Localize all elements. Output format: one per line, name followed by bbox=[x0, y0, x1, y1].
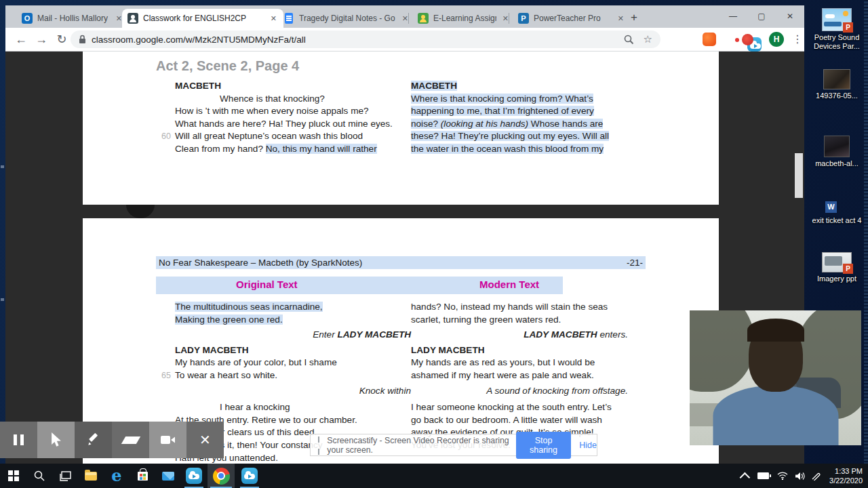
edge-button[interactable]: e bbox=[104, 464, 129, 488]
book-title: No Fear Shakespeare – Macbeth (by SparkN… bbox=[159, 258, 362, 268]
desktop-icon-exit-ticket[interactable]: W exit ticket act 4 bbox=[807, 191, 867, 225]
address-bar[interactable]: classroom.google.com/w/Mzk2NTU5MDMyNzFa/… bbox=[71, 30, 660, 48]
highlighted-text: Making the green one red. bbox=[175, 314, 283, 325]
tab-title: E-Learning Assignment 1: 1 bbox=[433, 14, 496, 23]
url-text[interactable]: classroom.google.com/w/Mzk2NTU5MDMyNzFa/… bbox=[92, 35, 614, 45]
folder-icon bbox=[85, 472, 97, 481]
recording-extension-icon[interactable] bbox=[742, 34, 753, 45]
classroom-icon bbox=[127, 13, 138, 24]
page-number: -21- bbox=[627, 258, 643, 268]
outlook-icon: O bbox=[22, 13, 33, 24]
forward-button[interactable]: → bbox=[31, 33, 52, 47]
tab-divider bbox=[509, 13, 509, 24]
webcam-overlay bbox=[690, 310, 861, 445]
microsoft-store-button[interactable] bbox=[130, 464, 155, 488]
highlighter-icon bbox=[121, 436, 140, 444]
close-button[interactable]: ✕ bbox=[776, 5, 804, 28]
taskbar: e bbox=[0, 464, 868, 488]
icon-label: Imagery ppt bbox=[807, 274, 867, 283]
bookmark-star-icon[interactable]: ☆ bbox=[644, 33, 652, 45]
tab-powerteacher[interactable]: P PowerTeacher Pro ✕ bbox=[513, 9, 631, 28]
red-dot-badge bbox=[735, 38, 739, 42]
stage-direction: LADY MACBETH enters. bbox=[411, 329, 628, 342]
pen-tool-button[interactable] bbox=[75, 422, 112, 458]
document-page-1: Act 2, Scene 2, Page 4 MACBETH Whence is… bbox=[83, 52, 719, 205]
highlighter-tool-button[interactable] bbox=[112, 422, 149, 458]
tray-chevron[interactable] bbox=[743, 464, 750, 488]
scene-heading: Act 2, Scene 2, Page 4 bbox=[156, 58, 299, 74]
start-button[interactable] bbox=[1, 464, 26, 488]
desktop-icon-149376[interactable]: 149376-05... bbox=[807, 69, 867, 100]
tab-title: Tragedy Digital Notes - Go bbox=[299, 14, 396, 23]
screencastify-app-button[interactable] bbox=[182, 464, 206, 488]
pen-icon bbox=[86, 432, 101, 447]
tab-classwork[interactable]: Classwork for ENGLISH2CP ✕ bbox=[122, 9, 283, 28]
task-view-icon bbox=[60, 471, 71, 481]
highlighted-text: The multitudinous seas incarnadine, bbox=[175, 302, 323, 312]
webcam-tool-button[interactable] bbox=[149, 422, 186, 458]
new-tab-button[interactable]: + bbox=[631, 11, 637, 24]
tab-title: PowerTeacher Pro bbox=[534, 14, 612, 23]
tab-close-icon[interactable]: ✕ bbox=[616, 14, 625, 23]
clock-time: 1:33 PM bbox=[818, 466, 863, 476]
reload-button[interactable]: ↻ bbox=[52, 32, 72, 47]
tab-title: Mail - Hollis Mallory - Outl bbox=[37, 14, 110, 23]
orange-extension-icon[interactable] bbox=[703, 33, 716, 46]
desktop-icon-macbeth[interactable]: macbeth-al... bbox=[807, 136, 867, 168]
taskbar-clock[interactable]: 1:33 PM 3/22/2020 bbox=[818, 464, 865, 488]
classroom-icon bbox=[418, 13, 429, 24]
modern-text-column: hands? No, instead my hands will stain t… bbox=[411, 301, 628, 452]
screencastify-app2-button[interactable] bbox=[237, 464, 262, 488]
hide-button[interactable]: Hide bbox=[579, 441, 597, 450]
original-text-header: Original Text bbox=[236, 279, 298, 290]
maximize-button[interactable]: ▢ bbox=[747, 5, 776, 28]
mail-icon bbox=[162, 472, 174, 481]
share-pause-icon bbox=[317, 433, 321, 458]
file-explorer-button[interactable] bbox=[79, 464, 103, 488]
desktop-icon-imagery[interactable]: P Imagery ppt bbox=[807, 252, 867, 283]
browser-menu-icon[interactable]: ⋮ bbox=[792, 33, 803, 45]
close-recorder-button[interactable]: ✕ bbox=[186, 422, 224, 458]
stage-direction: Knock within bbox=[175, 385, 411, 398]
webcam-tree bbox=[690, 310, 755, 392]
zoom-icon[interactable] bbox=[624, 35, 634, 45]
powerpoint-file-icon: P bbox=[822, 8, 852, 31]
minimize-button[interactable]: — bbox=[719, 5, 747, 28]
pause-button[interactable] bbox=[0, 422, 37, 458]
tab-mail[interactable]: O Mail - Hollis Mallory - Outl ✕ bbox=[16, 9, 129, 28]
icon-label: exit ticket act 4 bbox=[807, 216, 867, 225]
back-button[interactable]: ← bbox=[11, 33, 31, 47]
screen-share-bar: Screencastify - Screen Video Recorder is… bbox=[310, 434, 597, 456]
chrome-button[interactable] bbox=[208, 464, 235, 488]
powerpoint-badge: P bbox=[843, 22, 853, 33]
clock-date: 3/22/2020 bbox=[818, 476, 863, 485]
desktop-icon-poetry-sound[interactable]: P Poetry Sound Devices Par... bbox=[807, 8, 867, 51]
stop-sharing-button[interactable]: Stop sharing bbox=[516, 432, 572, 459]
scrollbar-thumb[interactable] bbox=[795, 153, 803, 198]
mail-button[interactable] bbox=[156, 464, 180, 488]
modern-text-header: Modern Text bbox=[479, 279, 539, 290]
tab-elearning[interactable]: E-Learning Assignment 1: 1 ✕ bbox=[412, 9, 515, 28]
column-header-band: Original Text Modern Text bbox=[156, 277, 563, 294]
webcam-person-body bbox=[713, 386, 838, 445]
cursor-tool-button[interactable] bbox=[37, 422, 75, 458]
taskbar-search-button[interactable] bbox=[27, 464, 52, 488]
desktop: O Mail - Hollis Mallory - Outl ✕ Classwo… bbox=[0, 0, 868, 488]
desktop-edge-fragment bbox=[1, 165, 4, 168]
speaker-icon bbox=[795, 472, 806, 481]
original-text-column: MACBETH Whence is that knocking? How is … bbox=[175, 80, 411, 156]
tray-volume[interactable] bbox=[795, 464, 806, 488]
recorder-toolbar: ✕ bbox=[0, 422, 224, 458]
webcam-person-hair bbox=[747, 319, 804, 342]
tray-battery[interactable] bbox=[757, 464, 769, 488]
desktop-edge-fragment bbox=[1, 298, 4, 301]
google-docs-icon bbox=[285, 13, 293, 24]
tab-close-icon[interactable]: ✕ bbox=[269, 14, 278, 23]
profile-avatar[interactable]: H bbox=[769, 32, 784, 47]
share-message: Screencastify - Screen Video Recorder is… bbox=[327, 436, 509, 455]
wifi-icon bbox=[777, 472, 788, 480]
task-view-button[interactable] bbox=[53, 464, 77, 488]
line-number: 65 bbox=[155, 369, 171, 382]
tab-tragedy-notes[interactable]: Tragedy Digital Notes - Go ✕ bbox=[278, 9, 415, 28]
tray-wifi[interactable] bbox=[777, 464, 788, 488]
